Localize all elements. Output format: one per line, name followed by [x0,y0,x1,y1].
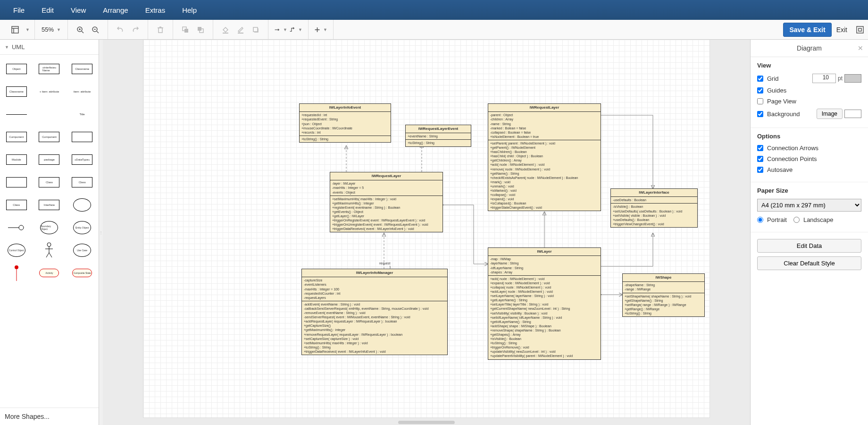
more-shapes-button[interactable]: More Shapes... [0,408,99,425]
uml-class-IWLayerInterface[interactable]: IWLayerInterface-useDefaults : Boolean-i… [610,188,698,228]
shape-thumb[interactable]: Class [2,196,31,214]
shape-thumb[interactable]: Component [2,128,31,146]
svg-line-30 [46,253,49,257]
shape-thumb[interactable]: Interface [35,196,64,214]
edit-data-button[interactable]: Edit Data [757,239,861,253]
zoom-in-button[interactable] [74,23,87,36]
background-image-button[interactable]: Image [817,109,843,119]
background-color-swatch[interactable] [844,110,861,118]
menu-file[interactable]: File [5,1,33,19]
save-and-exit-button[interactable]: Save & Exit [783,23,831,37]
zoom-select[interactable]: 55% ▼ [40,26,63,33]
background-checkbox[interactable] [757,111,763,117]
collapse-icon: ▼ [5,45,9,50]
shape-palette: Object«interface»NameClassnameClassname+… [0,55,99,408]
autosave-checkbox[interactable] [757,167,763,173]
uml-class-IWShape[interactable]: IWShape-shapeName : String-range : IWRan… [622,273,705,317]
exit-button[interactable]: Exit [832,23,852,36]
menu-edit[interactable]: Edit [33,1,62,19]
options-heading: Options [757,133,861,140]
shape-thumb[interactable]: Class [35,173,64,192]
sidebar-section-header[interactable]: ▼ UML [0,40,99,55]
shape-thumb[interactable]: Entity Object [67,218,97,237]
uml-class-IWRequestLayer[interactable]: IWRequestLayer-layer : IWLayer-maxHits :… [330,172,443,232]
uml-class-IWRequestLayer_node[interactable]: IWRequestLayer-parent : Object-children … [488,103,601,211]
waypoint-button[interactable]: ▼ [289,23,302,36]
delete-button[interactable] [154,23,167,36]
connection-points-checkbox[interactable] [757,156,763,162]
uml-class-IWRequestLayerEvent[interactable]: IWRequestLayerEvent+eventName : String+t… [405,125,471,147]
svg-rect-19 [253,27,258,32]
shape-thumb[interactable]: Use Case [67,241,97,260]
menu-extras[interactable]: Extras [137,1,174,19]
shape-thumb[interactable]: Object [2,60,31,78]
association-mult: 1 [389,265,391,269]
chevron-down-icon[interactable]: ▼ [25,27,30,32]
landscape-radio[interactable] [793,217,800,223]
svg-rect-14 [184,29,188,33]
shape-thumb[interactable]: Activity [35,264,64,282]
horizontal-scrollbar-thumb[interactable] [398,421,455,424]
shape-thumb[interactable] [67,196,97,214]
shape-thumb[interactable]: Title [67,105,97,124]
shape-thumb[interactable]: Classname [67,60,97,78]
view-mode-button[interactable] [8,23,22,36]
shape-thumb[interactable] [2,105,31,124]
shape-thumb[interactable] [35,241,64,260]
menu-help[interactable]: Help [174,1,205,19]
shape-thumb[interactable] [67,128,97,146]
shape-thumb[interactable]: Classname [2,82,31,101]
shapes-sidebar: ▼ UML Object«interface»NameClassnameClas… [0,40,99,425]
shape-thumb[interactable]: «DataType» [67,150,97,169]
shape-thumb[interactable] [2,173,31,192]
uml-class-IWLayerInfoManager[interactable]: IWLayerInfoManager-captureSize-eventList… [301,269,448,355]
fill-color-button[interactable] [219,23,232,36]
menu-view[interactable]: View [62,1,94,19]
diagram-canvas[interactable]: request 1 IWLayerInfoEvent+requestedId :… [143,40,709,417]
uml-class-IWLayerInfoEvent[interactable]: IWLayerInfoEvent+requestedId : int+reque… [299,103,391,143]
redo-button[interactable] [129,23,142,36]
paper-size-select[interactable]: A4 (210 mm x 297 mm) [757,199,861,212]
shape-thumb[interactable] [2,264,31,282]
shape-thumb[interactable]: item: attribute [67,82,97,101]
fullscreen-format-panel-icon[interactable] [855,25,865,35]
line-color-button[interactable] [234,23,247,36]
shape-thumb[interactable]: Class [67,173,97,192]
canvas-area[interactable]: request 1 IWLayerInfoEvent+requestedId :… [103,40,750,425]
shape-thumb[interactable]: Composite State [67,264,97,282]
shape-thumb[interactable] [35,105,64,124]
connection-button[interactable]: ▼ [274,23,287,36]
grid-checkbox[interactable] [757,76,763,82]
page-view-checkbox[interactable] [757,98,763,104]
shape-thumb[interactable]: Control Object [2,241,31,260]
clear-default-style-button[interactable]: Clear Default Style [757,256,861,270]
shape-thumb[interactable] [2,218,31,237]
shape-thumb[interactable]: Module [2,150,31,169]
to-back-button[interactable] [194,23,207,36]
shape-thumb[interactable]: «interface»Name [35,60,64,78]
zoom-out-button[interactable] [89,23,102,36]
menu-arrange[interactable]: Arrange [94,1,136,19]
grid-color-swatch[interactable] [844,74,861,83]
shape-thumb[interactable]: Boundary Object [35,218,64,237]
uml-class-IWLayer[interactable]: IWLayer-map : IWMap-layerName : String-i… [488,247,601,360]
guides-checkbox[interactable] [757,87,763,94]
shape-thumb[interactable]: Component [35,128,64,146]
svg-rect-23 [857,26,863,33]
svg-point-26 [19,225,24,230]
svg-rect-10 [159,28,162,33]
svg-point-27 [47,243,51,246]
shape-thumb[interactable]: + item: attribute [35,82,64,101]
svg-rect-16 [198,27,201,31]
insert-button[interactable]: ▼ [314,23,327,36]
grid-size-input[interactable]: 10 [812,74,836,83]
shadow-button[interactable] [249,23,262,36]
connection-arrows-checkbox[interactable] [757,145,763,151]
to-front-button[interactable] [179,23,192,36]
undo-button[interactable] [114,23,127,36]
sidebar-splitter[interactable]: ⋮ [99,40,103,425]
close-icon[interactable]: ✕ [858,44,863,52]
portrait-radio[interactable] [757,217,763,223]
chevron-down-icon: ▼ [323,27,327,32]
shape-thumb[interactable]: package [35,150,64,169]
